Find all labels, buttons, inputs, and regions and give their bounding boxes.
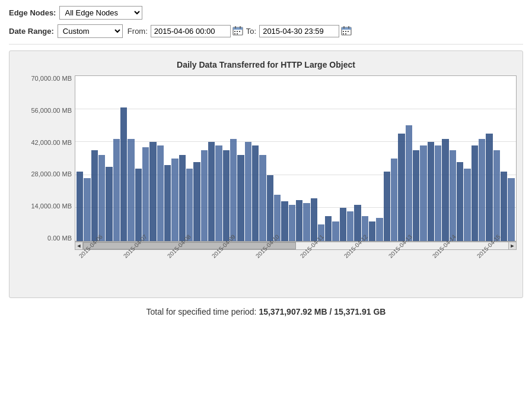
chart-container: Daily Data Transferred for HTTP Large Ob… [9,50,523,298]
from-label: From: [128,27,148,36]
from-calendar-icon[interactable] [232,26,243,36]
bar-47 [420,145,426,241]
bar-1 [84,178,90,241]
to-calendar-icon[interactable] [341,26,352,36]
bar-3 [98,155,105,241]
y-label-0: 70,000.00 MB [31,75,72,82]
bar-52 [457,162,463,241]
bar-17 [201,150,208,241]
bar-38 [354,205,361,241]
bar-30 [296,200,302,242]
bar-7 [128,139,134,241]
bar-28 [281,201,288,241]
bar-49 [435,145,441,241]
x-label-2: 2015-04-08 [163,253,208,292]
edge-nodes-select[interactable]: All Edge Nodes [59,6,142,20]
bar-57 [493,150,500,241]
bar-34 [325,216,332,241]
bar-46 [413,150,419,241]
bar-31 [303,203,310,241]
bar-15 [186,169,193,241]
bars-inner [75,76,516,241]
bar-10 [149,142,156,241]
chart-right: ◄ ► 2015-04-062015-04-072015-04-082015-0… [75,75,517,292]
bar-32 [311,198,317,241]
bar-56 [486,134,492,241]
bar-20 [223,150,230,241]
bar-29 [289,205,295,241]
bar-44 [398,134,404,241]
bar-51 [450,150,456,241]
from-date-input[interactable] [151,25,231,37]
bar-14 [179,155,186,241]
bar-13 [171,159,178,241]
date-range-row: Date Range: Custom From: To: [9,24,523,38]
date-range-select[interactable]: Custom [58,24,123,38]
bar-21 [230,139,237,241]
to-date-input[interactable] [259,25,339,37]
bar-36 [340,208,346,241]
x-label-3: 2015-04-09 [208,253,252,292]
bar-59 [508,178,514,241]
bar-35 [332,221,339,241]
svg-rect-5 [237,31,238,32]
total-value: 15,371,907.92 MB / 15,371.91 GB [259,307,386,316]
bar-26 [267,175,273,241]
y-label-5: 0.00 MB [47,235,72,242]
bar-6 [120,107,127,241]
chart-title: Daily Data Transferred for HTTP Large Ob… [15,60,517,69]
bar-5 [113,139,120,241]
x-label-1: 2015-04-07 [119,253,164,292]
bar-12 [164,165,171,241]
x-label-7: 2015-04-13 [384,253,429,292]
x-label-6: 2015-04-12 [340,253,384,292]
bars-wrapper [75,75,517,242]
svg-rect-8 [237,33,238,34]
bar-22 [237,155,244,241]
scroll-left-arrow[interactable]: ◄ [75,242,83,250]
bar-48 [428,142,434,241]
bar-54 [472,145,478,241]
x-axis: 2015-04-062015-04-072015-04-082015-04-09… [75,250,517,292]
bar-9 [142,147,149,241]
total-line: Total for specified time period: 15,371,… [9,298,523,319]
bar-40 [369,221,375,241]
total-label: Total for specified time period: [146,307,257,316]
svg-rect-15 [348,31,349,32]
date-range-label: Date Range: [9,27,54,36]
y-axis: 70,000.00 MB 56,000.00 MB 42,000.00 MB 2… [15,75,75,242]
bar-18 [208,142,215,241]
svg-rect-7 [234,33,235,34]
bar-25 [259,155,266,241]
y-label-2: 42,000.00 MB [31,140,72,146]
y-label-3: 28,000.00 MB [31,171,72,178]
svg-rect-6 [239,31,240,32]
bar-53 [464,169,470,241]
bar-41 [376,218,383,241]
x-label-8: 2015-04-14 [428,253,473,292]
x-label-5: 2015-04-11 [296,253,340,292]
bar-19 [215,145,222,241]
x-label-9: 2015-04-15 [473,253,517,292]
x-label-0: 2015-04-06 [75,253,119,292]
bar-11 [157,145,164,241]
bar-58 [501,172,507,241]
svg-rect-16 [343,33,344,34]
bar-2 [91,150,98,241]
bar-4 [106,167,112,241]
svg-rect-13 [343,31,344,32]
bar-8 [135,169,142,241]
bar-43 [391,159,397,241]
to-label: To: [246,27,256,36]
bar-0 [77,172,83,241]
y-label-4: 14,000.00 MB [31,203,72,210]
svg-rect-1 [233,27,243,30]
y-label-1: 56,000.00 MB [31,107,72,114]
x-label-4: 2015-04-10 [251,253,296,292]
svg-rect-17 [345,33,346,34]
controls-panel: Edge Nodes: All Edge Nodes Date Range: C… [9,6,523,38]
chart-area: 70,000.00 MB 56,000.00 MB 42,000.00 MB 2… [15,75,517,292]
scroll-right-arrow[interactable]: ► [508,242,517,250]
bar-50 [442,139,448,241]
bar-16 [193,162,200,241]
